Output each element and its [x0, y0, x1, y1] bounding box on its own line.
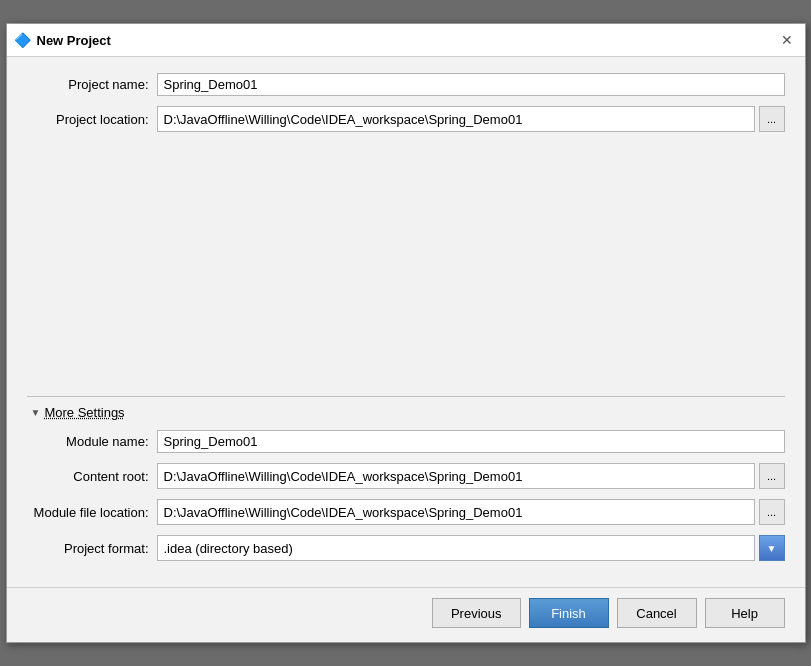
title-bar: 🔷 New Project ✕ [7, 24, 805, 57]
finish-button[interactable]: Finish [529, 598, 609, 628]
module-file-location-browse-button[interactable]: ... [759, 499, 785, 525]
previous-button[interactable]: Previous [432, 598, 521, 628]
module-file-location-label: Module file location: [27, 505, 157, 520]
project-format-row: Project format: ▼ [27, 535, 785, 561]
more-settings-label: More Settings [44, 405, 124, 420]
project-name-input-wrap [157, 73, 785, 96]
dialog-icon: 🔷 [15, 32, 31, 48]
project-name-input[interactable] [157, 73, 785, 96]
module-name-input[interactable] [157, 430, 785, 453]
project-format-input[interactable] [157, 535, 755, 561]
project-location-label: Project location: [27, 112, 157, 127]
project-location-input[interactable] [157, 106, 755, 132]
cancel-button[interactable]: Cancel [617, 598, 697, 628]
dialog-title: New Project [37, 33, 771, 48]
content-root-input[interactable] [157, 463, 755, 489]
collapse-arrow-icon: ▼ [31, 407, 41, 418]
help-button[interactable]: Help [705, 598, 785, 628]
module-file-location-input-wrap: ... [157, 499, 785, 525]
spacer [27, 142, 785, 392]
content-root-browse-button[interactable]: ... [759, 463, 785, 489]
content-root-label: Content root: [27, 469, 157, 484]
more-settings-header[interactable]: ▼ More Settings [27, 405, 785, 420]
module-name-input-wrap [157, 430, 785, 453]
project-name-row: Project name: [27, 73, 785, 96]
content-area: Project name: Project location: ... ▼ Mo… [7, 57, 805, 583]
module-file-location-input[interactable] [157, 499, 755, 525]
more-settings-section: ▼ More Settings Module name: Content roo… [27, 396, 785, 561]
content-root-input-wrap: ... [157, 463, 785, 489]
project-location-browse-button[interactable]: ... [759, 106, 785, 132]
project-format-select-wrap: ▼ [157, 535, 785, 561]
project-format-dropdown-button[interactable]: ▼ [759, 535, 785, 561]
project-location-row: Project location: ... [27, 106, 785, 132]
module-file-location-row: Module file location: ... [27, 499, 785, 525]
project-location-input-wrap: ... [157, 106, 785, 132]
button-row: Previous Finish Cancel Help [7, 587, 805, 642]
new-project-dialog: 🔷 New Project ✕ Project name: Project lo… [6, 23, 806, 643]
project-name-label: Project name: [27, 77, 157, 92]
close-button[interactable]: ✕ [777, 30, 797, 50]
content-root-row: Content root: ... [27, 463, 785, 489]
module-name-row: Module name: [27, 430, 785, 453]
project-format-label: Project format: [27, 541, 157, 556]
module-name-label: Module name: [27, 434, 157, 449]
